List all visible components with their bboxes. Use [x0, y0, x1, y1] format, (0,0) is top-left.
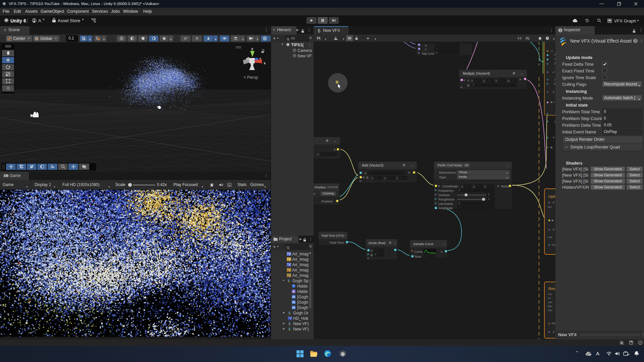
svg-text:y: y: [251, 47, 254, 51]
svg-text:Y: Y: [84, 39, 85, 41]
svg-text:S: S: [293, 290, 294, 293]
svg-text:< Persp: < Persp: [244, 75, 258, 80]
svg-text:x: x: [519, 37, 520, 39]
svg-text:Cs: Cs: [292, 306, 295, 309]
svg-text:Cs: Cs: [292, 296, 295, 298]
svg-text:x: x: [264, 61, 266, 65]
svg-text:z: z: [637, 351, 638, 354]
svg-text:Cs: Cs: [292, 301, 295, 303]
svg-text:?: ?: [635, 39, 637, 43]
svg-text:?: ?: [547, 37, 548, 39]
